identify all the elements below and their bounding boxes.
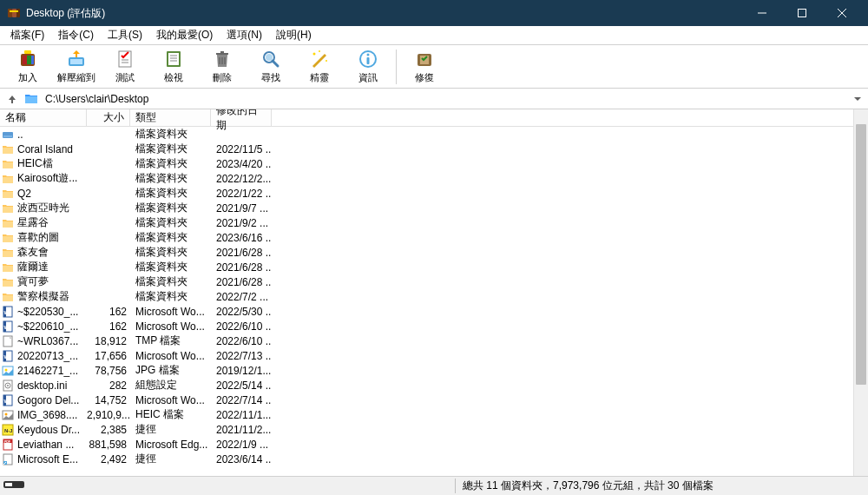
folder-icon (2, 232, 14, 244)
toolbar-find-button[interactable]: 尋找 (250, 47, 292, 87)
toolbar-add-button[interactable]: 加入 (7, 47, 49, 87)
file-name: 星露谷 (17, 215, 49, 230)
toolbar-repair-button[interactable]: 修復 (404, 47, 445, 87)
toolbar-delete-button[interactable]: 刪除 (201, 47, 243, 87)
file-name: .. (17, 129, 23, 141)
file-row[interactable]: Q2檔案資料夾2022/1/22 ... (0, 186, 853, 201)
file-name: 20220713_... (17, 350, 78, 362)
toolbar-view-button[interactable]: 檢視 (153, 47, 194, 87)
pdf-icon: PDF (2, 439, 14, 451)
status-text: 總共 11 個資料夾，7,973,796 位元組，共計 30 個檔案 (455, 478, 865, 493)
up-button[interactable] (3, 90, 21, 108)
file-size: 162 (87, 320, 130, 333)
maximize-button[interactable] (782, 0, 821, 26)
path-input[interactable]: C:\Users\clair\Desktop (42, 91, 847, 107)
file-row[interactable]: W~$220610_...162Microsoft Wo...2022/6/10… (0, 319, 853, 333)
file-row[interactable]: Microsoft E...2,492捷徑2023/6/14 ... (0, 452, 853, 466)
column-name[interactable]: 名稱 (0, 109, 87, 126)
folder-icon (2, 202, 14, 214)
file-type: JPG 檔案 (130, 363, 211, 378)
toolbar: 加入解壓縮到測試檢視刪除尋找精靈資訊修復 (0, 45, 868, 89)
file-row[interactable]: 波西亞時光檔案資料夾2021/9/7 ... (0, 201, 853, 215)
file-type: HEIC 檔案 (130, 407, 211, 422)
toolbar-info-button[interactable]: 資訊 (347, 47, 389, 87)
menu-item-0[interactable]: 檔案(F) (3, 26, 51, 44)
vertical-scrollbar[interactable] (853, 109, 868, 476)
svg-rect-5 (798, 10, 806, 17)
toolbar-extract-button[interactable]: 解壓縮到 (56, 47, 97, 87)
file-date: 2021/9/2 ... (211, 217, 272, 229)
file-row[interactable]: 喜歡的圖檔案資料夾2023/6/16 ... (0, 230, 853, 245)
file-size: 282 (87, 380, 130, 392)
column-type[interactable]: 類型 (130, 109, 211, 126)
close-button[interactable] (822, 0, 861, 26)
column-size[interactable]: 大小 (87, 109, 130, 126)
file-row[interactable]: Kairosoft遊...檔案資料夾2022/12/2... (0, 171, 853, 186)
folder-icon (2, 143, 14, 155)
menu-item-1[interactable]: 指令(C) (51, 26, 101, 44)
file-date: 2021/6/28 ... (211, 247, 272, 259)
file-type: 檔案資料夾 (130, 156, 211, 171)
file-size: 78,756 (87, 365, 130, 377)
file-row[interactable]: IMG_3698....2,910,9...HEIC 檔案2022/11/1..… (0, 407, 853, 422)
view-icon (163, 49, 184, 69)
toolbar-test-button[interactable]: 測試 (104, 47, 146, 87)
extract-icon (66, 49, 87, 69)
file-size: 18,912 (87, 335, 130, 347)
folder-icon (2, 217, 14, 229)
file-row[interactable]: 21462271_...78,756JPG 檔案2019/12/1... (0, 363, 853, 378)
folder-icon (2, 247, 14, 259)
file-row[interactable]: ..檔案資料夾 (0, 127, 853, 142)
svg-text:PDF: PDF (4, 439, 11, 443)
svg-text:W: W (4, 325, 10, 330)
svg-point-56 (7, 385, 9, 386)
menu-item-2[interactable]: 工具(S) (101, 26, 149, 44)
file-rows: ..檔案資料夾Coral Island檔案資料夾2022/11/5 ...HEI… (0, 127, 853, 476)
svg-text:W: W (4, 399, 10, 404)
file-row[interactable]: HEIC檔檔案資料夾2023/4/20 ... (0, 156, 853, 171)
file-type: TMP 檔案 (130, 333, 211, 348)
file-date: 2023/6/16 ... (211, 232, 272, 244)
folder-icon (2, 158, 14, 170)
path-dropdown[interactable] (851, 96, 865, 102)
file-row[interactable]: ~WRL0367...18,912TMP 檔案2022/6/10 ... (0, 333, 853, 348)
folder-icon (2, 173, 14, 185)
file-row[interactable]: desktop.ini282組態設定2022/5/14 ... (0, 378, 853, 393)
folder-icon (2, 188, 14, 200)
svg-text:N·J: N·J (4, 428, 12, 433)
menu-item-3[interactable]: 我的最愛(O) (149, 26, 220, 44)
column-date[interactable]: 修改的日期 (211, 109, 272, 126)
file-row[interactable]: 星露谷檔案資料夾2021/9/2 ... (0, 215, 853, 230)
file-type: 檔案資料夾 (130, 201, 211, 215)
svg-rect-1 (12, 9, 16, 17)
file-type: 檔案資料夾 (130, 142, 211, 156)
file-row[interactable]: 寶可夢檔案資料夾2021/6/28 ... (0, 274, 853, 289)
file-row[interactable]: W20220713_...17,656Microsoft Wo...2022/7… (0, 348, 853, 363)
toolbar-wizard-button[interactable]: 精靈 (299, 47, 340, 87)
file-type: 檔案資料夾 (130, 245, 211, 260)
ini-icon (2, 380, 14, 392)
file-name: 喜歡的圖 (17, 230, 59, 245)
file-row[interactable]: 警察模擬器檔案資料夾2022/7/2 ... (0, 289, 853, 304)
file-name: 薩爾達 (17, 260, 49, 274)
file-name: Keydous Dr... (17, 424, 80, 436)
file-date: 2022/7/14 ... (211, 394, 272, 406)
file-date: 2023/6/14 ... (211, 453, 272, 465)
file-name: desktop.ini (17, 380, 67, 392)
file-size: 881,598 (87, 439, 130, 451)
menu-item-4[interactable]: 選項(N) (220, 26, 269, 44)
menu-item-5[interactable]: 說明(H) (269, 26, 319, 44)
file-type: 組態設定 (130, 378, 211, 393)
menubar: 檔案(F)指令(C)工具(S)我的最愛(O)選項(N)說明(H) (0, 26, 868, 45)
file-row[interactable]: 薩爾達檔案資料夾2021/6/28 ... (0, 260, 853, 274)
file-date: 2021/11/2... (211, 424, 272, 436)
file-row[interactable]: WGogoro Del...14,752Microsoft Wo...2022/… (0, 393, 853, 407)
statusbar: 總共 11 個資料夾，7,973,796 位元組，共計 30 個檔案 (0, 476, 868, 495)
test-icon (115, 49, 135, 69)
file-row[interactable]: W~$220530_...162Microsoft Wo...2022/5/30… (0, 304, 853, 319)
file-row[interactable]: 森友會檔案資料夾2021/6/28 ... (0, 245, 853, 260)
file-row[interactable]: PDFLeviathan ...881,598Microsoft Edg...2… (0, 437, 853, 452)
file-row[interactable]: N·JKeydous Dr...2,385捷徑2021/11/2... (0, 422, 853, 437)
file-row[interactable]: Coral Island檔案資料夾2022/11/5 ... (0, 142, 853, 156)
minimize-button[interactable] (742, 0, 781, 26)
